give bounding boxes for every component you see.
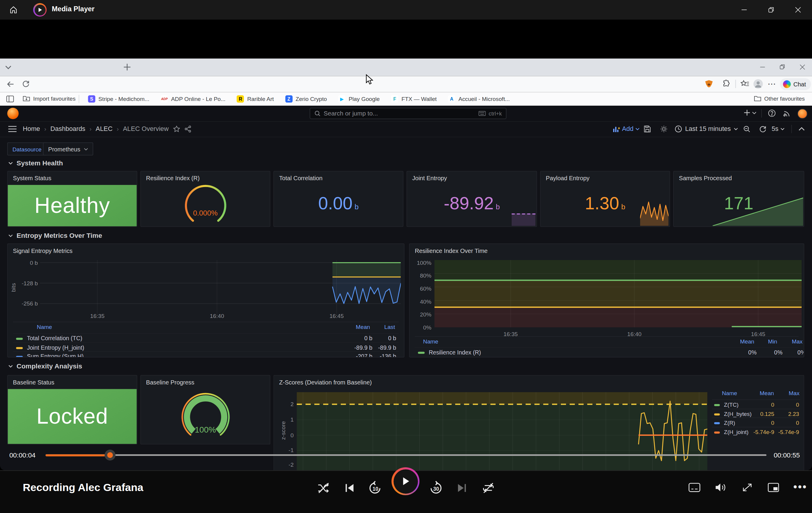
shuffle-icon[interactable] [316, 481, 331, 495]
legend-swatch [16, 356, 23, 358]
legend-max-value: 2.23 [788, 410, 799, 417]
legend-row[interactable]: Sum Entropy (Sum H)-207 b-136 b [13, 351, 399, 358]
profile-avatar[interactable] [754, 79, 763, 88]
seek-track[interactable] [46, 454, 766, 456]
sidebar-icon[interactable] [6, 95, 14, 103]
window-close-button[interactable] [786, 0, 810, 20]
browser-more-icon[interactable]: ··· [768, 80, 776, 88]
bookmark-item[interactable]: SStripe - Medichom... [88, 95, 150, 103]
time-range-picker[interactable]: Last 15 minutes [675, 125, 738, 133]
zoom-out-time-icon[interactable] [743, 125, 750, 133]
window-minimize-button[interactable] [732, 0, 756, 20]
search-box[interactable]: Search or jump to... ctrl+k [310, 108, 506, 119]
other-favourites-button[interactable]: Other favourites [754, 95, 805, 102]
legend-row[interactable]: Z(H_joint)-5.74e-9-5.74e-9 [712, 427, 800, 436]
legend-header-max[interactable]: Max [792, 338, 803, 344]
window-maximize-button[interactable] [759, 0, 783, 20]
star-dashboard-icon[interactable] [173, 125, 180, 133]
metamask-icon[interactable] [704, 79, 714, 88]
reload-icon[interactable] [22, 80, 30, 88]
import-folder-icon [23, 95, 30, 102]
legend-row[interactable]: Total Correlation (TC)0 b0 b [13, 333, 399, 342]
settings-gear-icon[interactable] [660, 125, 667, 133]
seek-handle[interactable] [105, 450, 115, 461]
bookmark-item[interactable]: RRarible Art [237, 95, 274, 103]
legend-row[interactable]: Z(R)00 [712, 418, 800, 427]
tab-search-chevron-icon[interactable] [5, 65, 11, 69]
home-icon[interactable] [9, 6, 18, 14]
menu-icon[interactable] [8, 126, 17, 132]
share-icon[interactable] [184, 125, 192, 133]
breadcrumb-dashboards[interactable]: Dashboards [51, 125, 85, 133]
panel-signal-entropy[interactable]: Signal Entropy Metrics bits 0 b-128 b-25… [7, 244, 404, 358]
panel-joint-entropy[interactable]: Joint Entropy -89.92 b [407, 171, 537, 227]
video-frame[interactable]: ALEC Overview - ALEC - Dashboar localhos… [0, 20, 812, 470]
previous-track-icon[interactable] [343, 481, 356, 494]
legend-header-mean[interactable]: Mean [740, 338, 754, 344]
mini-player-icon[interactable] [767, 482, 779, 493]
bookmark-item[interactable]: FFTX — Wallet [391, 95, 437, 103]
legend-header-max[interactable]: Max [788, 390, 799, 396]
more-options-icon[interactable]: ••• [793, 481, 807, 493]
rewind-10-icon[interactable]: 10 [368, 481, 382, 495]
import-favourites-button[interactable]: Import favourites [23, 95, 76, 102]
chat-button[interactable]: Chat [780, 78, 811, 90]
panel-resilience-gauge[interactable]: Resilience Index (R) 0.000% [140, 171, 270, 227]
panel-system-status[interactable]: System Status Healthy [7, 171, 137, 227]
legend-row[interactable]: Z(H_bytes)0.1252.23 [712, 408, 800, 418]
legend-row[interactable]: Z(TC)00 [712, 399, 800, 408]
add-button[interactable]: Add [613, 125, 640, 133]
browser-restore-icon[interactable] [779, 64, 785, 70]
refresh-icon[interactable] [759, 125, 766, 133]
variable-value-dropdown[interactable]: Prometheus [43, 142, 93, 155]
new-button[interactable] [744, 109, 757, 116]
bookmark-item[interactable]: AAccueil - Microsoft... [448, 95, 510, 103]
bookmark-item[interactable]: ▶Play Google [338, 95, 380, 103]
y-tick: 0% [414, 324, 431, 331]
forward-30-icon[interactable]: 30 [429, 481, 443, 495]
bookmark-item[interactable]: ADPADP Online - Le Po... [161, 95, 226, 103]
bookmark-item[interactable]: ZZerio Crypto [285, 95, 327, 103]
legend-row[interactable]: Resilience Index (R)0%0%0% [415, 347, 799, 356]
y-tick: 80% [414, 273, 431, 279]
row-complexity[interactable]: Complexity Analysis [8, 362, 82, 370]
save-icon[interactable] [644, 125, 651, 133]
favorites-list-icon[interactable] [741, 80, 749, 88]
legend-header-name[interactable]: Name [423, 338, 438, 344]
legend-header-min[interactable]: Min [768, 338, 777, 344]
legend-header-mean[interactable]: Mean [760, 390, 774, 396]
legend-header-last[interactable]: Last [384, 324, 395, 330]
help-icon[interactable] [768, 109, 776, 117]
fullscreen-icon[interactable] [742, 482, 753, 493]
browser-minimize-icon[interactable] [760, 64, 765, 70]
user-avatar[interactable] [798, 109, 807, 118]
volume-icon[interactable] [715, 482, 727, 493]
legend-row[interactable]: Joint Entropy (H_joint)-89.9 b-89.9 b [13, 342, 399, 351]
legend-series-name: Joint Entropy (H_joint) [16, 344, 84, 350]
back-icon[interactable] [6, 80, 15, 89]
refresh-interval-picker[interactable]: 5s [772, 125, 785, 133]
browser-close-icon[interactable] [800, 64, 805, 70]
grafana-logo[interactable] [7, 108, 19, 119]
legend-header-name[interactable]: Name [37, 324, 52, 330]
panel-payload-entropy[interactable]: Payload Entropy 1.30 b [540, 171, 670, 227]
row-system-health[interactable]: System Health [8, 159, 63, 167]
breadcrumb-folder[interactable]: ALEC [95, 125, 113, 133]
news-icon[interactable] [784, 109, 791, 117]
repeat-off-icon[interactable] [481, 481, 496, 495]
collapse-toolbar-icon[interactable] [799, 127, 805, 131]
panel-baseline-status[interactable]: Baseline Status Locked [7, 375, 137, 445]
panel-baseline-progress[interactable]: Baseline Progress 100% [140, 375, 270, 445]
legend-header-mean[interactable]: Mean [356, 324, 370, 330]
panel-resilience-over-time[interactable]: Resilience Index Over Time 100%80%60%40%… [409, 244, 804, 358]
legend-header-name[interactable]: Name [722, 390, 737, 396]
panel-total-correlation[interactable]: Total Correlation 0.00 b [273, 171, 403, 227]
breadcrumb-home[interactable]: Home [23, 125, 40, 133]
row-entropy-metrics[interactable]: Entropy Metrics Over Time [8, 232, 102, 239]
extensions-puzzle-icon[interactable] [722, 80, 730, 88]
new-tab-button[interactable] [123, 63, 131, 71]
captions-icon[interactable] [688, 482, 701, 493]
panel-samples[interactable]: Samples Processed 171 [673, 171, 804, 227]
play-button[interactable] [392, 467, 419, 495]
next-track-icon[interactable] [455, 481, 469, 494]
